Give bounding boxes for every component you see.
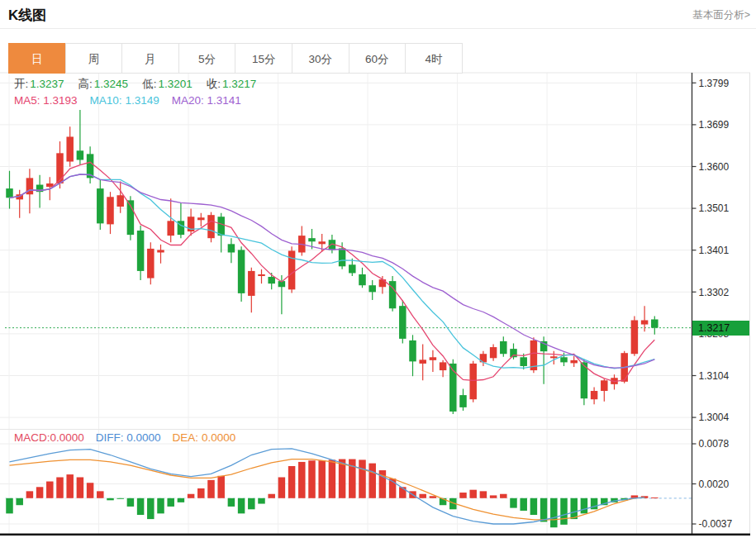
candle-up xyxy=(167,221,174,236)
macd-bar-down xyxy=(167,498,174,507)
macd-bar-down xyxy=(530,498,538,515)
macd-bar-down xyxy=(550,498,558,527)
candle-down xyxy=(308,238,316,241)
candle-down xyxy=(459,395,467,407)
candle-down xyxy=(77,150,84,159)
candle-down xyxy=(228,244,235,252)
price-tick-label: 1.3600 xyxy=(699,161,730,173)
candle-up xyxy=(550,356,558,358)
macd-bar-up xyxy=(66,474,74,498)
macd-tick-label: -0.0037 xyxy=(699,518,733,530)
macd-tick-label: 0.0020 xyxy=(699,478,730,490)
ma10-legend: MA10: 1.3149 xyxy=(90,94,159,107)
dea-series xyxy=(10,459,645,520)
macd-bar-up xyxy=(318,460,326,498)
macd-bar-down xyxy=(178,498,185,502)
candle-down xyxy=(368,285,376,292)
candle-up xyxy=(419,359,426,364)
price-tick-label: 1.3501 xyxy=(699,202,730,214)
candle-down xyxy=(268,277,275,283)
interval-tabbar: 日 周 月 5分 15分 30分 60分 4时 xyxy=(8,43,463,74)
candle-up xyxy=(157,250,164,252)
price-tick-label: 1.3401 xyxy=(699,245,730,256)
price-tick-label: 1.3004 xyxy=(699,412,730,423)
ohlc-close: 收:1.3217 xyxy=(207,77,257,92)
candle-up xyxy=(288,250,296,289)
candle-down xyxy=(359,274,366,285)
tab-15min[interactable]: 15分 xyxy=(235,43,292,74)
ma10-line xyxy=(10,174,655,369)
current-price-badge: 1.3217 xyxy=(692,321,749,336)
candle-down xyxy=(339,248,346,266)
tab-month[interactable]: 月 xyxy=(121,43,179,74)
ma-legend: MA5: 1.3193 MA10: 1.3149 MA20: 1.3141 xyxy=(14,94,241,107)
candle-up xyxy=(248,271,255,296)
macd-bar-down xyxy=(6,498,13,514)
candle-up xyxy=(469,364,477,399)
candle-down xyxy=(349,264,356,273)
macd-bar-up xyxy=(329,459,336,498)
candle-up xyxy=(147,249,155,279)
macd-bar-up xyxy=(359,459,366,498)
macd-bar-up xyxy=(288,466,296,498)
macd-bar-down xyxy=(127,498,135,507)
fundamental-analysis-link[interactable]: 基本面分析> xyxy=(692,8,750,22)
candle-down xyxy=(6,188,13,198)
macd-bar-up xyxy=(459,493,467,498)
tab-day[interactable]: 日 xyxy=(8,43,66,74)
macd-bar-up xyxy=(207,480,215,498)
macd-bar-down xyxy=(147,498,155,519)
macd-bar-down xyxy=(116,498,124,499)
dea-value-legend: DEA: 0.0000 xyxy=(173,431,236,444)
macd-bar-down xyxy=(570,498,578,519)
candle-up xyxy=(318,241,326,244)
macd-bar-down xyxy=(520,498,527,511)
page-title: K线图 xyxy=(8,6,46,25)
price-tick-label: 1.3799 xyxy=(699,78,730,89)
tab-4hour[interactable]: 4时 xyxy=(405,43,463,74)
candles xyxy=(6,110,658,414)
candle-up xyxy=(570,360,578,364)
macd-bar-up xyxy=(480,491,487,498)
candle-down xyxy=(500,341,507,354)
macd-bar-up xyxy=(77,477,84,498)
tab-30min[interactable]: 30分 xyxy=(292,43,349,74)
candle-down xyxy=(238,250,245,293)
macd-bar-up xyxy=(430,496,437,498)
macd-tick-label: 0.0078 xyxy=(699,438,730,450)
macd-bar-up xyxy=(298,462,306,498)
candle-up xyxy=(641,320,649,324)
candle-up xyxy=(591,391,598,399)
candle-down xyxy=(137,231,145,271)
candle-down xyxy=(409,340,416,361)
macd-bar-up xyxy=(268,494,275,498)
candle-down xyxy=(651,319,659,327)
macd-value-legend: MACD:0.0000 xyxy=(14,431,84,444)
macd-bar-up xyxy=(419,494,426,498)
macd-bar-down xyxy=(16,498,23,505)
macd-bar-up xyxy=(217,476,225,498)
candle-up xyxy=(631,320,639,354)
macd-bar-down xyxy=(248,498,255,509)
macd-bar-up xyxy=(308,460,316,498)
candle-up xyxy=(66,136,74,161)
macd-bar-down xyxy=(228,498,235,507)
ma20-legend: MA20: 1.3141 xyxy=(172,94,241,107)
tab-week[interactable]: 周 xyxy=(65,43,123,74)
macd-bar-down xyxy=(560,498,568,525)
macd-bar-up xyxy=(490,495,497,498)
ma20-line xyxy=(10,174,655,368)
candle-up xyxy=(107,197,114,224)
tab-5min[interactable]: 5分 xyxy=(178,43,236,74)
diff-series xyxy=(10,449,645,524)
diff-value-legend: DIFF: 0.0000 xyxy=(96,431,161,444)
candle-up xyxy=(490,347,497,358)
ohlc-low: 低:1.3201 xyxy=(142,77,193,92)
price-tick-label: 1.3699 xyxy=(699,119,730,131)
macd-bar-down xyxy=(258,498,265,504)
macd-bar-up xyxy=(651,498,659,498)
candle-down xyxy=(520,357,527,366)
macd-bar-up xyxy=(469,490,477,498)
tab-60min[interactable]: 60分 xyxy=(349,43,407,74)
macd-bar-up xyxy=(46,482,54,498)
